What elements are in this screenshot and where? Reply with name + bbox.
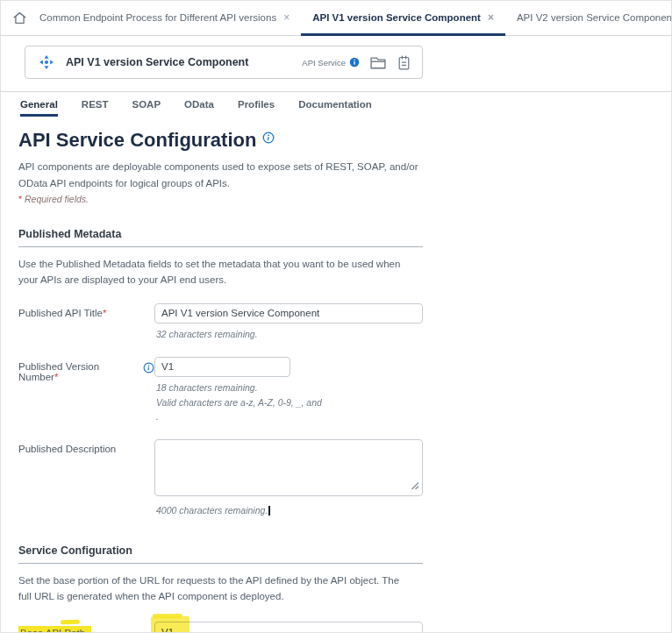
published-description-textarea[interactable]: [154, 439, 423, 496]
published-api-title-main: 32 characters remaining.: [154, 303, 423, 342]
published-description-main: 4000 characters remaining.: [154, 439, 423, 518]
window-tab-api-v1[interactable]: API V1 version Service Component ×: [301, 1, 505, 36]
required-star: *: [103, 308, 106, 318]
label-text: Base API Path: [20, 628, 85, 633]
home-button[interactable]: [11, 1, 28, 35]
page-intro-text: API components are deployable components…: [18, 159, 433, 191]
published-metadata-description: Use the Published Metadata fields to set…: [18, 256, 413, 288]
tab-general[interactable]: General: [20, 92, 58, 117]
label-text: Published API Title: [18, 308, 103, 318]
required-star: *: [54, 372, 58, 382]
required-note-text: Required fields.: [25, 194, 89, 204]
info-filled-icon[interactable]: [349, 57, 360, 68]
highlight-smudge: [61, 620, 80, 625]
published-version-main: 18 characters remaining. Valid character…: [154, 357, 423, 424]
published-version-label: Published Version Number*: [18, 357, 154, 424]
published-api-title-input[interactable]: [154, 303, 423, 324]
tab-profiles[interactable]: Profiles: [238, 92, 275, 117]
label-text: Published Description: [18, 444, 116, 454]
published-api-title-helper: 32 characters remaining.: [154, 328, 423, 342]
label-text: Published Version Number: [18, 361, 99, 382]
base-api-path-main: The Base URL Path must be unique for eac…: [154, 622, 423, 633]
service-configuration-description: Set the base portion of the URL for requ…: [18, 573, 413, 605]
required-star: *: [18, 194, 22, 204]
window-tab-label: API V2 version Service Component: [517, 12, 672, 23]
tab-documentation[interactable]: Documentation: [298, 92, 372, 117]
text-cursor: [268, 506, 270, 516]
published-api-title-label: Published API Title*: [18, 303, 154, 342]
published-description-label: Published Description: [18, 439, 154, 518]
published-description-row: Published Description 4000 characters re…: [18, 439, 423, 518]
section-tab-strip: General REST SOAP OData Profiles Documen…: [1, 91, 671, 117]
tab-soap[interactable]: SOAP: [132, 92, 161, 117]
published-metadata-section: Published Metadata Use the Published Met…: [18, 228, 423, 518]
component-header-card: API V1 version Service Component API Ser…: [25, 46, 423, 79]
notes-icon[interactable]: [397, 54, 411, 71]
window-tab-common-endpoint[interactable]: Common Endpoint Process for Different AP…: [28, 1, 301, 36]
page-title: API Service Configuration: [18, 130, 256, 151]
published-description-helper: 4000 characters remaining.: [154, 504, 423, 518]
service-configuration-heading: Service Configuration: [18, 544, 423, 564]
close-icon[interactable]: ×: [488, 12, 494, 23]
base-api-path-input[interactable]: [154, 622, 423, 633]
window-tab-label: API V1 version Service Component: [312, 12, 481, 23]
window-tab-label: Common Endpoint Process for Different AP…: [39, 12, 276, 23]
component-header-actions: API Service: [302, 54, 411, 71]
base-api-path-highlight: Base API Path: [18, 626, 91, 633]
base-api-path-label: Base API Path: [18, 622, 154, 633]
published-version-helper-valid: Valid characters are a-z, A-Z, 0-9, _, a…: [154, 396, 423, 424]
helper-text: 4000 characters remaining.: [156, 505, 268, 516]
published-version-helper-remaining: 18 characters remaining.: [154, 381, 423, 395]
component-title: API V1 version Service Component: [66, 56, 302, 68]
component-type-label: API Service: [302, 57, 360, 68]
info-outline-icon[interactable]: [143, 362, 154, 373]
published-api-title-row: Published API Title* 32 characters remai…: [18, 303, 423, 342]
page-title-row: API Service Configuration: [18, 130, 671, 151]
tab-odata[interactable]: OData: [184, 92, 214, 117]
general-tab-content: API Service Configuration API components…: [1, 130, 671, 633]
helper-line-1: Valid characters are a-z, A-Z, 0-9, _, a…: [156, 397, 322, 408]
api-service-configuration-page: { "ui": { "close_glyph": "×" }, "tab_bar…: [0, 0, 672, 633]
folder-icon[interactable]: [369, 55, 387, 70]
info-outline-icon[interactable]: [262, 132, 275, 144]
close-icon[interactable]: ×: [283, 12, 290, 23]
base-api-path-row: Base API Path The Base URL Path must be …: [18, 622, 423, 633]
component-type-text: API Service: [302, 58, 346, 68]
tab-rest[interactable]: REST: [82, 92, 109, 117]
window-tab-api-v2[interactable]: API V2 version Service Component ×: [505, 1, 672, 36]
service-configuration-section: Service Configuration Set the base porti…: [18, 544, 423, 633]
api-service-component-icon: [39, 54, 54, 70]
published-metadata-heading: Published Metadata: [18, 228, 423, 247]
required-fields-note: * Required fields.: [18, 194, 671, 204]
published-version-row: Published Version Number* 18 characters …: [18, 357, 423, 424]
helper-line-2: .: [156, 411, 159, 422]
published-version-input[interactable]: [154, 357, 290, 377]
window-tab-bar: Common Endpoint Process for Different AP…: [1, 1, 671, 36]
home-icon: [11, 10, 28, 26]
